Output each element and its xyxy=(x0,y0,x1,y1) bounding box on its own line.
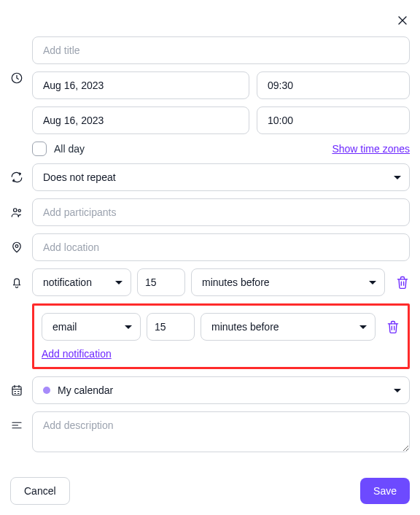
svg-rect-4 xyxy=(12,387,21,395)
notification-unit-select[interactable]: minutes before xyxy=(201,313,376,341)
description-icon xyxy=(10,419,23,432)
calendar-icon xyxy=(10,384,23,397)
svg-point-2 xyxy=(18,209,20,212)
save-button[interactable]: Save xyxy=(360,478,410,504)
participants-icon xyxy=(10,206,23,219)
notification-type-select[interactable]: notification xyxy=(32,268,131,296)
clock-icon xyxy=(10,71,23,85)
notification-type-value: email xyxy=(52,321,77,333)
start-time-input[interactable] xyxy=(257,71,410,99)
repeat-value: Does not repeat xyxy=(43,171,116,183)
close-icon[interactable] xyxy=(395,13,410,28)
end-time-input[interactable] xyxy=(257,107,410,134)
bell-icon xyxy=(10,276,23,289)
cancel-button[interactable]: Cancel xyxy=(10,477,70,505)
calendar-name: My calendar xyxy=(58,384,113,396)
participants-input[interactable] xyxy=(32,198,410,226)
notification-unit-value: minutes before xyxy=(211,321,279,333)
title-input[interactable] xyxy=(32,36,410,64)
notification-row: email minutes before xyxy=(42,313,400,341)
trash-icon[interactable] xyxy=(395,275,410,290)
add-notification-link[interactable]: Add notification xyxy=(42,348,400,360)
repeat-select[interactable]: Does not repeat xyxy=(32,163,410,191)
notification-type-value: notification xyxy=(43,276,92,288)
highlighted-region: email minutes before Add notification xyxy=(32,303,410,369)
location-icon xyxy=(10,241,23,254)
svg-point-3 xyxy=(15,245,18,248)
notification-unit-select[interactable]: minutes before xyxy=(191,268,385,296)
notification-amount-input[interactable] xyxy=(147,313,195,341)
calendar-color-dot xyxy=(43,387,50,394)
end-date-input[interactable] xyxy=(32,107,249,134)
repeat-icon xyxy=(10,171,23,184)
svg-point-1 xyxy=(14,209,18,212)
notification-unit-value: minutes before xyxy=(202,276,270,288)
show-timezones-link[interactable]: Show time zones xyxy=(332,143,410,155)
start-date-input[interactable] xyxy=(32,71,249,99)
notification-row: notification minutes before xyxy=(32,268,410,296)
description-input[interactable] xyxy=(32,411,410,452)
notification-type-select[interactable]: email xyxy=(42,313,141,341)
notification-amount-input[interactable] xyxy=(137,268,185,296)
calendar-select[interactable]: My calendar xyxy=(32,376,410,404)
all-day-checkbox[interactable] xyxy=(32,142,47,156)
location-input[interactable] xyxy=(32,233,410,261)
trash-icon[interactable] xyxy=(386,320,400,334)
all-day-label: All day xyxy=(54,143,85,155)
